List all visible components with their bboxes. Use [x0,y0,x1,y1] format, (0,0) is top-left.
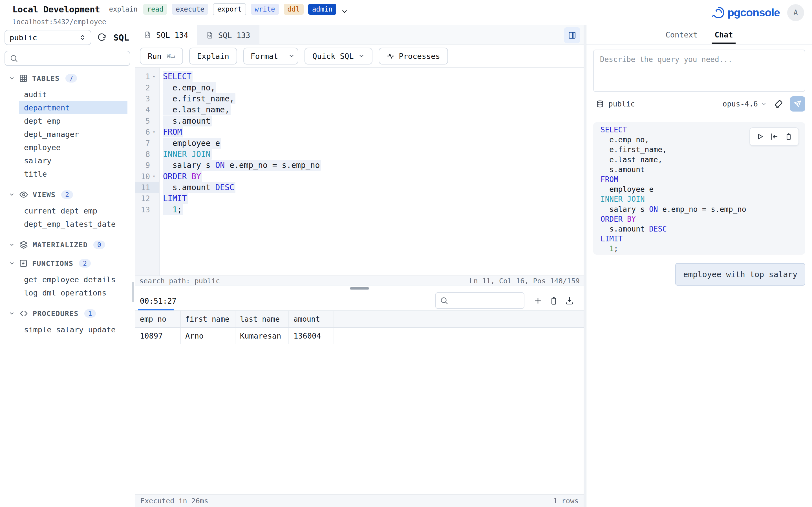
line-gutter[interactable]: 8 [135,149,159,160]
column-header-amount[interactable]: amount [289,311,334,328]
line-gutter[interactable]: 12 [135,193,159,204]
row-count: 1 rows [553,497,578,505]
fold-marker-icon[interactable]: ▾ [150,130,158,134]
send-button[interactable] [790,96,805,112]
clipboard-icon[interactable] [784,133,793,140]
sidebar-item-department[interactable]: department [19,101,128,114]
table-row[interactable]: 10897ArnoKumaresan136004 [135,328,583,344]
insert-left-icon[interactable] [770,132,778,141]
format-button[interactable]: Format [243,48,299,64]
results-search[interactable] [435,292,524,309]
line-gutter[interactable]: 7 [135,137,159,149]
editor-line[interactable]: 11 s.amount DESC [135,182,583,193]
sidebar-item-dept_emp[interactable]: dept_emp [19,114,128,128]
chat-prompt-input[interactable] [593,50,805,92]
editor-line[interactable]: 13 1; [135,204,583,215]
results-search-input[interactable] [452,296,547,305]
line-gutter[interactable]: 5 [135,115,159,126]
column-header-last_name[interactable]: last_name [235,311,289,328]
query-timer[interactable]: 00:51:27 [140,297,176,305]
table-cell[interactable]: Arno [181,328,235,344]
editor-line[interactable]: 4 e.last_name, [135,104,583,115]
sidebar-item-dept_emp_latest_date[interactable]: dept_emp_latest_date [19,217,128,231]
sidebar-section-tables[interactable]: TABLES7 [0,72,135,84]
line-gutter[interactable]: 9 [135,160,159,171]
editor-line[interactable]: 2 e.emp_no, [135,82,583,93]
sidebar-scrollbar[interactable] [132,282,134,302]
editor-line[interactable]: 1▾SELECT [135,71,583,82]
tab-context[interactable]: Context [666,25,698,44]
sidebar-item-employee[interactable]: employee [19,141,128,154]
tab-sql-133[interactable]: SQL 133 [197,25,259,45]
sidebar-item-get_employee_details[interactable]: get_employee_details [19,273,128,286]
editor-line[interactable]: 9 salary s ON e.emp_no = s.emp_no [135,160,583,171]
line-gutter[interactable]: 10▾ [135,171,159,182]
column-header-first_name[interactable]: first_name [181,311,235,328]
fold-marker-icon[interactable]: ▾ [150,74,158,79]
line-gutter[interactable]: 1▾ [135,71,159,82]
model-select[interactable]: opus-4.6 [723,100,767,108]
sidebar-search-input[interactable] [22,54,125,62]
tab-chat[interactable]: Chat [714,25,733,44]
plus-icon[interactable] [534,296,543,305]
editor-line[interactable]: 6▾FROM [135,126,583,137]
results-header-row: emp_nofirst_namelast_nameamount [135,311,583,328]
sidebar-item-salary[interactable]: salary [19,154,128,167]
processes-button[interactable]: Processes [378,48,448,64]
sidebar-section-functions[interactable]: FUNCTIONS2 [0,257,135,270]
line-gutter[interactable]: 13 [135,204,159,215]
editor-line[interactable]: 7 employee e [135,137,583,149]
sidebar-section-materialized[interactable]: MATERIALIZED0 [0,238,135,251]
refresh-icon[interactable] [97,33,107,42]
table-cell[interactable]: 136004 [289,328,334,344]
panel-divider[interactable] [583,25,587,507]
table-cell[interactable]: Kumaresan [235,328,289,344]
section-label: PROCEDURES [33,309,79,318]
sidebar-sql-toggle[interactable]: SQL [113,33,129,43]
table-cell[interactable]: 10897 [135,328,181,344]
sidebar-section-procedures[interactable]: PROCEDURES1 [0,307,135,320]
editor-line[interactable]: 8INNER JOIN [135,149,583,160]
editor-line[interactable]: 12LIMIT [135,193,583,204]
download-icon[interactable] [565,296,574,305]
sidebar-item-log_dml_operations[interactable]: log_dml_operations [19,286,128,299]
execution-time: Executed in 26ms [140,497,208,505]
connection-info[interactable]: Local Development explainreadexecuteexpo… [0,0,812,26]
sidebar-item-title[interactable]: title [19,167,128,180]
column-header-emp_no[interactable]: emp_no [135,311,181,328]
drag-handle[interactable] [350,287,369,290]
sidebar-item-dept_manager[interactable]: dept_manager [19,128,128,141]
editor-line[interactable]: 3 e.first_name, [135,93,583,104]
sidebar-item-current_dept_emp[interactable]: current_dept_emp [19,204,128,217]
play-icon[interactable] [756,133,764,140]
header-badges: explainreadexecuteexportwriteddladmin [108,3,336,15]
editor-line[interactable]: 5 s.amount [135,115,583,126]
line-gutter[interactable]: 6▾ [135,126,159,137]
fold-marker-icon[interactable]: ▾ [150,174,158,179]
sidebar-search[interactable] [4,51,130,66]
sidebar-item-audit[interactable]: audit [19,88,128,101]
line-gutter[interactable]: 3 [135,93,159,104]
schema-select[interactable]: public [4,30,91,45]
avatar[interactable]: A [787,4,804,21]
tab-sql-134[interactable]: SQL 134 [135,25,197,45]
split-panel-icon[interactable] [564,27,580,43]
sidebar-item-simple_salary_update[interactable]: simple_salary_update [19,323,128,336]
run-button[interactable]: Run ⌘↵ [140,48,183,64]
count-badge: 0 [93,240,105,249]
clipboard-icon[interactable] [549,296,558,305]
results-table: emp_nofirst_namelast_nameamount 10897Arn… [135,311,583,344]
sidebar-section-views[interactable]: VIEWS2 [0,188,135,201]
eraser-icon[interactable] [774,99,783,109]
chevron-down-icon[interactable] [341,8,348,15]
line-gutter[interactable]: 4 [135,104,159,115]
quick-sql-button[interactable]: Quick SQL [305,48,372,64]
chevron-down-icon[interactable] [285,48,298,64]
line-gutter[interactable]: 2 [135,82,159,93]
sql-editor[interactable]: 1▾SELECT2 e.emp_no,3 e.first_name,4 e.la… [135,68,583,276]
editor-line[interactable]: 10▾ORDER BY [135,171,583,182]
chat-schema-context[interactable]: public [596,100,635,108]
line-gutter[interactable]: 11 [135,182,159,193]
explain-button[interactable]: Explain [189,48,237,64]
pane-resizer[interactable] [135,286,583,291]
